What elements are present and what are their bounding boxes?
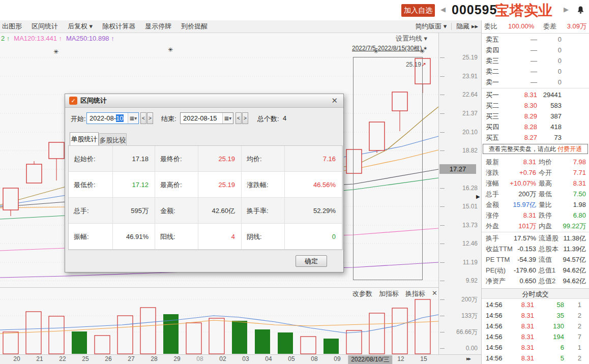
volume-tool-1[interactable]: 加指标 [379,289,399,298]
end-date-text: 2022-08-15 [183,114,217,122]
start-date-selected: 10 [116,114,123,122]
stats1-row-1: 涨跌+0.76今开7.71 [482,167,589,178]
axis-tick [440,95,445,95]
menu-right-item-1[interactable]: 隐藏 ▸▸ [456,22,478,31]
axis-tick [440,281,445,281]
stats2-row-4: 净资产0.650总值294.62亿 [482,276,589,286]
stat-value: 1.98 [573,199,586,210]
stock-app-window: ✳✳✳✳25.19↗ 2 ↑MA120:13.441 ↑MA250:10.898… [0,0,589,364]
menu-item-4[interactable]: 显示停牌 [145,22,171,31]
price-axis: 17.27 25.1923.9122.6421.3720.1018.8216.2… [439,33,481,354]
menu-item-1[interactable]: 区间统计 [32,22,58,31]
axis-tick [440,150,445,151]
volume-tool-2[interactable]: 换指标 [405,289,425,298]
buy-row-4[interactable]: 买四8.28418 [482,122,589,132]
dialog-title: 区间统计 [80,96,330,105]
stat-label: 总手 [486,189,499,199]
stats1-row-0: 最新8.31均价7.98 [482,157,589,167]
sell-row-1[interactable]: 卖一—0 [482,77,589,87]
scroll-right-icon[interactable]: ▸▸ [466,355,470,362]
paywall-link[interactable]: 付费开通 [557,145,582,153]
buy-row-5[interactable]: 买五8.2773 [482,132,589,143]
end-next-button[interactable]: > [242,112,248,124]
calendar-dropdown-icon[interactable]: ▦▾ [128,113,138,124]
ma-label-1: MA120:13.441 ↑ [14,35,62,42]
weibi-value: 100.00% [508,20,534,33]
sell-row-2[interactable]: 卖二—0 [482,66,589,77]
menu-right-item-0[interactable]: 简约版面 ▾ [415,22,447,31]
tick-volume: 6 [561,342,564,353]
tick-time: 14:56 [486,299,503,310]
axis-label: 15.01 [462,202,478,211]
buy-row-3[interactable]: 买三8.29387 [482,111,589,122]
ma-label-0: 2 ↑ [1,35,10,42]
tick-price: 8.31 [521,299,534,310]
stat-label: 量比 [539,199,552,210]
table-value: 46.91% [113,224,155,250]
prev-stock-icon[interactable]: ◀ [440,6,446,13]
menu-item-2[interactable]: 后复权 ▾ [68,22,93,31]
menu-item-0[interactable]: 出图形 [2,22,22,31]
stat-label: 净资产 [486,276,506,286]
buy-row-2[interactable]: 买二8.30583 [482,100,589,111]
stat-label: 总股本 [539,244,558,254]
stats2-row-2: PE TTM-54.39流值94.57亿 [482,254,589,265]
sell-price: — [531,45,537,55]
menu-item-5[interactable]: 到价提醒 [181,22,208,31]
stat-label: 最低 [539,189,552,199]
end-prev-button[interactable]: < [235,112,242,124]
calendar-dropdown-icon[interactable]: ▦▾ [222,113,233,124]
sell-row-4[interactable]: 卖四—0 [482,45,589,55]
axis-tick [440,225,445,226]
end-date-input[interactable]: 2022-08-15 ▦▾ [180,112,233,124]
range-text[interactable]: 2022/7/5-2022/8/15(30根) [352,45,422,52]
panel-collapse-icon[interactable]: ▶ [476,194,480,199]
tick-volume: 194 [553,331,564,342]
table-label: 起始价: [69,146,113,172]
add-watchlist-button[interactable]: 加入自选 [401,4,435,17]
axis-label: 133万 [461,311,478,320]
set-ma-button[interactable]: 设置均线 ▾ [396,34,427,43]
axis-label: 16.28 [462,184,478,193]
sell-row-3[interactable]: 卖三—0 [482,55,589,66]
alert-bell-icon[interactable] [576,5,585,16]
stats1-row-5: 涨停8.31跌停6.80 [482,210,589,221]
volume-close-icon[interactable]: ✕ [432,289,437,298]
buy-row-1[interactable]: 买一8.3129441 [482,89,589,100]
next-stock-icon[interactable]: ▶ [564,6,569,13]
stat-value: +10.07% [510,178,536,189]
stat-label: 跌停 [539,210,552,221]
range-label[interactable]: 2022/7/5-2022/8/15(30根)✶ [352,44,428,53]
dialog-close-icon[interactable]: ✕ [330,96,339,105]
table-label: 阳线: [155,224,198,250]
axis-label: 13.73 [462,221,478,230]
sell-volume: 0 [558,34,562,45]
weibi-row: 委比 100.00% 委差 3.09万 [482,20,589,34]
buy-label: 买三 [486,111,499,122]
buy-volume: 418 [550,122,562,132]
sell-label: 卖五 [486,34,499,45]
volume-tool-0[interactable]: 改参数 [352,289,372,298]
axis-tick [440,299,445,300]
count-label: 总个数: [257,114,279,124]
axis-label: 18.82 [462,146,478,155]
menu-item-3[interactable]: 除权计算器 [102,22,135,31]
sell-row-5[interactable]: 卖五—0 [482,34,589,45]
sell-price: — [531,34,537,45]
ok-button[interactable]: 确定 [296,255,327,267]
x-axis: ▸▸ 2021222526272829080203040508092022/08… [0,354,481,364]
start-next-button[interactable]: > [147,112,153,124]
paywall-notice[interactable]: 查看完整买卖盘，请点此 付费开通 [483,144,588,154]
dialog-title-bar[interactable]: ✓ 区间统计 ✕ [65,94,343,108]
start-prev-button[interactable]: < [140,112,146,124]
start-date-input[interactable]: 2022-08-10 ▦▾ [86,112,139,124]
table-value: 17.18 [113,146,155,172]
table-label: 均价: [242,146,285,172]
table-label: 总手: [69,198,113,224]
tab-single[interactable]: 单股统计 [70,132,99,145]
stat-value: 17.57% [514,233,536,244]
table-value: 595万 [113,198,155,224]
stat-value: 8.31 [523,210,536,221]
stat-value: 101万 [518,221,536,231]
tab-multi[interactable]: 多股比较 [99,133,127,145]
